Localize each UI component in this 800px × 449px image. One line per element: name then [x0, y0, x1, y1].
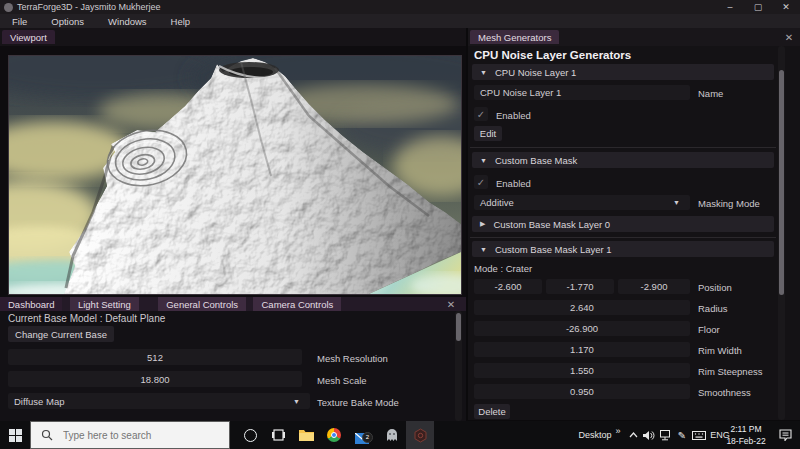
rim-steepness-label: Rim Steepness — [698, 366, 762, 377]
floor-label: Floor — [698, 324, 720, 335]
tab-light-setting[interactable]: Light Setting — [70, 297, 139, 311]
enabled-checkbox[interactable]: ✓ — [474, 107, 488, 121]
mesh-scale-input[interactable]: 18.800 — [8, 371, 302, 387]
tab-viewport[interactable]: Viewport — [2, 30, 55, 44]
header-label: Custom Base Mask Layer 0 — [493, 219, 610, 230]
position-z-input[interactable]: -2.900 — [618, 279, 690, 294]
mesh-scale-label: Mesh Scale — [317, 375, 367, 386]
viewport-canvas[interactable] — [8, 55, 462, 295]
smoothness-input[interactable]: 0.950 — [474, 384, 690, 399]
masking-mode-dropdown[interactable]: Additive — [474, 195, 690, 210]
desktop-label: Desktop — [578, 430, 611, 440]
minimize-button[interactable]: – — [716, 0, 744, 14]
volume-button[interactable] — [641, 421, 657, 449]
gray-app-icon — [385, 429, 399, 442]
smoothness-label: Smoothness — [698, 387, 751, 398]
change-base-button[interactable]: Change Current Base — [8, 326, 114, 342]
maximize-button[interactable]: ▢ — [744, 0, 772, 14]
close-button[interactable]: ✕ — [772, 0, 800, 14]
mesh-generators-tabstrip: Mesh Generators ✕ — [468, 28, 800, 46]
terraforge-taskbar-button[interactable] — [406, 421, 434, 449]
radius-input[interactable]: 2.640 — [474, 300, 690, 315]
enabled-label: Enabled — [496, 110, 531, 121]
texture-bake-mode-value: Diffuse Map — [14, 396, 65, 407]
tab-general-controls[interactable]: General Controls — [158, 297, 246, 311]
dashboard-panel-close-icon[interactable]: ✕ — [444, 297, 458, 311]
tab-camera-controls[interactable]: Camera Controls — [253, 297, 341, 311]
window-title: TerraForge3D - Jaysmito Mukherjee — [17, 2, 161, 12]
search-input[interactable] — [61, 429, 215, 442]
windows-logo-icon — [9, 429, 22, 442]
pen-icon: ✎ — [678, 430, 686, 441]
chrome-button[interactable] — [320, 421, 348, 449]
menu-options[interactable]: Options — [39, 16, 96, 27]
edit-button[interactable]: Edit — [474, 126, 502, 141]
floor-input[interactable]: -26.900 — [474, 321, 690, 336]
delete-button[interactable]: Delete — [474, 404, 510, 419]
tab-mesh-generators[interactable]: Mesh Generators — [470, 30, 559, 44]
tray-expand-button[interactable] — [626, 421, 640, 449]
network-icon — [660, 430, 672, 441]
masking-mode-value: Additive — [480, 197, 514, 208]
taskbar-search[interactable] — [30, 421, 230, 449]
terrain-render — [9, 56, 461, 294]
separator — [470, 147, 776, 148]
mail-icon: 2 — [355, 430, 369, 441]
mesh-resolution-input[interactable]: 512 — [8, 349, 302, 365]
action-center-icon — [779, 429, 792, 441]
chevron-down-icon: ▼ — [673, 199, 680, 206]
mode-text: Mode : Crater — [474, 263, 532, 274]
mail-button[interactable]: 2 — [348, 421, 376, 449]
menu-windows[interactable]: Windows — [96, 16, 159, 27]
header-label: Custom Base Mask Layer 1 — [495, 244, 612, 255]
menu-bar: File Options Windows Help — [0, 14, 800, 28]
file-explorer-button[interactable] — [292, 421, 320, 449]
clock[interactable]: 2:11 PM 18-Feb-22 — [720, 423, 772, 447]
dashboard-tabstrip: Dashboard Light Setting General Controls… — [0, 297, 466, 311]
mask-enabled-checkbox[interactable]: ✓ — [474, 175, 488, 189]
masking-mode-label: Masking Mode — [698, 198, 760, 209]
mesh-resolution-label: Mesh Resolution — [317, 353, 388, 364]
rim-width-input[interactable]: 1.170 — [474, 342, 690, 357]
network-button[interactable] — [658, 421, 674, 449]
app-icon — [4, 3, 13, 12]
mesh-panel-scrollbar[interactable] — [778, 46, 785, 420]
scrollbar-thumb[interactable] — [456, 313, 461, 341]
chevron-down-icon: ▼ — [293, 398, 300, 405]
keyboard-button[interactable] — [690, 421, 708, 449]
pen-button[interactable]: ✎ — [674, 421, 690, 449]
mask-enabled-label: Enabled — [496, 178, 531, 189]
header-custom-base-mask[interactable]: ▼ Custom Base Mask — [472, 152, 774, 168]
task-view-icon — [272, 429, 285, 441]
mesh-panel-close-icon[interactable]: ✕ — [782, 30, 796, 44]
time-text: 2:11 PM — [720, 423, 772, 435]
header-label: CPU Noise Layer 1 — [495, 67, 576, 78]
rim-width-label: Rim Width — [698, 345, 742, 356]
radius-label: Radius — [698, 303, 728, 314]
name-input[interactable]: CPU Noise Layer 1 — [474, 85, 690, 100]
scrollbar-thumb[interactable] — [779, 70, 784, 295]
folder-icon — [299, 429, 314, 441]
chevron-up-icon — [629, 432, 638, 438]
start-button[interactable] — [0, 421, 30, 449]
overflow-glyph: » — [615, 426, 620, 436]
position-y-input[interactable]: -1.770 — [546, 279, 614, 294]
action-center-button[interactable] — [774, 421, 796, 449]
rim-steepness-input[interactable]: 1.550 — [474, 363, 690, 378]
tab-dashboard[interactable]: Dashboard — [0, 297, 62, 311]
toolbar-overflow-icon[interactable]: » — [612, 417, 624, 445]
mesh-generators-panel: Mesh Generators ✕ CPU Noise Layer Genera… — [468, 28, 800, 420]
dashboard-scrollbar[interactable] — [455, 311, 462, 421]
menu-help[interactable]: Help — [159, 16, 203, 27]
desktop-toolbar[interactable]: Desktop — [575, 421, 615, 449]
app-button-gray[interactable] — [378, 421, 406, 449]
menu-file[interactable]: File — [0, 16, 39, 27]
header-mask-layer-1[interactable]: ▼ Custom Base Mask Layer 1 — [472, 241, 774, 257]
task-view-button[interactable] — [264, 421, 292, 449]
header-mask-layer-0[interactable]: ▶ Custom Base Mask Layer 0 — [472, 216, 774, 232]
separator — [470, 237, 776, 238]
texture-bake-mode-dropdown[interactable]: Diffuse Map — [8, 393, 310, 409]
header-cpu-noise-layer-1[interactable]: ▼ CPU Noise Layer 1 — [472, 64, 774, 80]
position-x-input[interactable]: -2.600 — [474, 279, 542, 294]
cortana-button[interactable] — [236, 421, 264, 449]
